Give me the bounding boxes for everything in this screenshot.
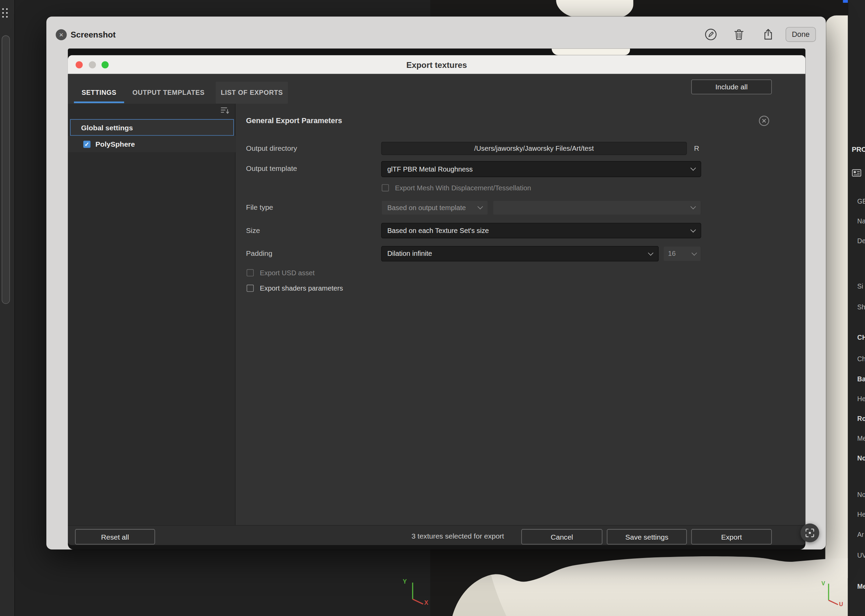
texture-set-icon[interactable]	[852, 169, 862, 178]
size-label: Size	[246, 227, 260, 235]
save-settings-button[interactable]: Save settings	[607, 529, 687, 544]
include-all-button[interactable]: Include all	[691, 80, 772, 94]
file-type-value: Based on output template	[387, 204, 466, 212]
export-usd-label: Export USD asset	[260, 269, 315, 277]
frame-icon	[805, 528, 814, 537]
right-panel-item: Ar	[857, 531, 863, 539]
right-panel-item: Na	[857, 217, 865, 225]
axis-y-label: Y	[403, 578, 407, 585]
mesh-right-part	[826, 15, 848, 578]
axis-v-label: V	[821, 580, 825, 586]
right-panel-item: No	[857, 455, 865, 462]
output-directory-field[interactable]: /Users/jaworsky/Jaworsky Files/Art/test	[381, 142, 687, 155]
axis-gizmo-uv: V U	[819, 579, 847, 612]
padding-size-value: 16	[668, 250, 676, 258]
right-panel-item: Me	[857, 583, 865, 591]
chevron-down-icon	[690, 204, 696, 209]
file-type-label: File type	[246, 204, 273, 212]
dismiss-icon[interactable]	[758, 115, 769, 126]
output-template-dropdown[interactable]: glTF PBR Metal Roughness	[381, 161, 701, 177]
active-tab-underline	[74, 102, 124, 103]
export-shaders-label: Export shaders parameters	[260, 285, 343, 293]
close-icon[interactable]: ✕	[56, 29, 66, 40]
right-panel-item: He	[857, 395, 865, 403]
output-template-value: glTF PBR Metal Roughness	[387, 165, 473, 173]
right-panel-header: PRO	[852, 146, 865, 154]
tab-strip: SETTINGS OUTPUT TEMPLATES LIST OF EXPORT…	[68, 74, 805, 104]
axis-x-label: X	[424, 599, 429, 606]
cancel-button[interactable]: Cancel	[521, 529, 602, 544]
right-panel-item: He	[857, 511, 865, 519]
export-usd-checkbox[interactable]	[246, 269, 254, 276]
padding-dropdown[interactable]: Dilation infinite	[381, 246, 659, 261]
output-directory-suffix: R	[694, 145, 699, 152]
right-panel-item: Si	[857, 283, 863, 290]
grip-handle-icon[interactable]	[2, 8, 8, 17]
window-title: Screenshot	[71, 30, 116, 39]
file-format-dropdown[interactable]	[493, 200, 701, 215]
tab-list-of-exports[interactable]: LIST OF EXPORTS	[215, 82, 288, 104]
axis-gizmo-3d: Y X	[399, 575, 429, 608]
export-dialog: Export textures SETTINGS OUTPUT TEMPLATE…	[68, 55, 805, 545]
done-button[interactable]: Done	[785, 27, 816, 42]
right-panel-item: Ba	[857, 375, 865, 383]
capture-frame-button[interactable]	[801, 523, 819, 542]
right-panel-item: Ch	[857, 355, 865, 363]
dialog-content: Global settings ✓ PolySphere General Exp…	[68, 104, 805, 525]
general-export-parameters: General Export Parameters Output directo…	[236, 104, 805, 525]
reset-all-button[interactable]: Reset all	[75, 529, 155, 544]
padding-size-dropdown[interactable]: 16	[663, 246, 701, 261]
left-rail	[0, 0, 15, 616]
export-mesh-checkbox[interactable]	[381, 184, 389, 191]
markup-pen-icon[interactable]	[704, 28, 717, 41]
filter-icon[interactable]	[220, 107, 230, 115]
export-button[interactable]: Export	[691, 529, 772, 544]
export-sidebar: Global settings ✓ PolySphere	[68, 104, 236, 525]
screen: Y X V U PRO GE Na De Si Sh CH Ch Ba	[0, 0, 865, 616]
padding-value: Dilation infinite	[387, 250, 432, 258]
sidebar-item-polysphere[interactable]: ✓ PolySphere	[68, 136, 236, 152]
chevron-down-icon	[648, 250, 653, 256]
polysphere-label: PolySphere	[96, 140, 135, 148]
output-template-label: Output template	[246, 165, 297, 173]
output-directory-label: Output directory	[246, 145, 297, 152]
right-panel-item: De	[857, 237, 865, 245]
captured-image: Export textures SETTINGS OUTPUT TEMPLATE…	[68, 49, 805, 550]
right-panel-item: GE	[857, 198, 865, 205]
dialog-title: Export textures	[68, 60, 805, 69]
right-panel-item: UV	[857, 552, 865, 559]
trash-icon[interactable]	[734, 29, 744, 40]
mesh-top-part	[556, 0, 633, 19]
tab-output-templates[interactable]: OUTPUT TEMPLATES	[130, 82, 206, 104]
left-scrollbar[interactable]	[2, 36, 10, 304]
screenshot-window: ✕ Screenshot Done Export textures	[46, 17, 826, 550]
export-mesh-label: Export Mesh With Displacement/Tessellati…	[395, 184, 531, 192]
size-value: Based on each Texture Set's size	[387, 227, 489, 235]
right-panel-item: Me	[857, 435, 865, 442]
dialog-footer: Reset all 3 textures selected for export…	[68, 525, 805, 545]
padding-label: Padding	[246, 250, 272, 258]
panel-heading: General Export Parameters	[246, 116, 342, 124]
file-type-dropdown[interactable]: Based on output template	[381, 200, 488, 215]
tab-settings[interactable]: SETTINGS	[74, 82, 124, 104]
export-status-text: 3 textures selected for export	[412, 532, 504, 540]
right-properties-panel: PRO GE Na De Si Sh CH Ch Ba He Ro Me No …	[848, 0, 865, 616]
polysphere-checkbox[interactable]: ✓	[83, 140, 90, 148]
right-panel-item: No	[857, 491, 865, 499]
captured-mesh-sliver	[551, 49, 630, 55]
export-shaders-checkbox[interactable]	[246, 285, 254, 292]
size-dropdown[interactable]: Based on each Texture Set's size	[381, 223, 701, 238]
share-icon[interactable]	[763, 28, 774, 41]
axis-u-label: U	[839, 601, 843, 607]
sidebar-item-global-settings[interactable]: Global settings	[70, 119, 234, 136]
right-panel-item: CH	[857, 333, 865, 341]
chevron-down-icon	[477, 204, 483, 209]
chevron-down-icon	[690, 165, 696, 171]
right-panel-item: Sh	[857, 303, 865, 311]
dialog-titlebar: Export textures	[68, 55, 805, 74]
chevron-down-icon	[690, 227, 696, 232]
mesh-bottom-terrain	[430, 550, 848, 616]
right-panel-item: Ro	[857, 415, 865, 423]
chevron-down-icon	[691, 250, 697, 256]
